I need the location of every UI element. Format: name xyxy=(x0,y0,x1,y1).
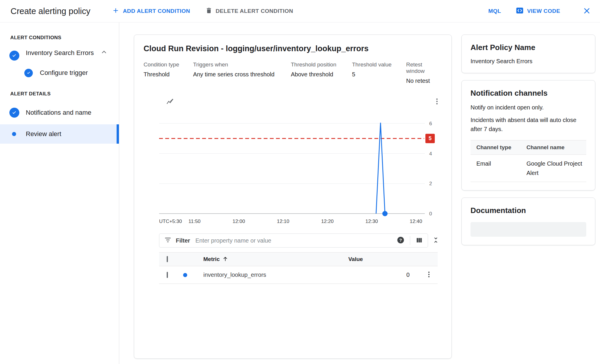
svg-text:?: ? xyxy=(399,238,402,243)
code-icon xyxy=(516,6,524,16)
column-display-button[interactable] xyxy=(415,236,423,245)
detail-value: 5 xyxy=(352,71,406,78)
channel-row: Email Google Cloud Project Alert xyxy=(471,155,586,182)
detail-label: Triggers when xyxy=(193,61,291,68)
close-button[interactable] xyxy=(582,6,591,16)
documentation-card: Documentation xyxy=(461,198,595,245)
step-complete-check-icon xyxy=(24,69,33,77)
chart-toolbar xyxy=(144,96,442,108)
detail-threshold-value: Threshold value 5 xyxy=(352,61,406,84)
active-step-dot-icon xyxy=(12,132,16,136)
value-column-header: Value xyxy=(348,256,420,262)
sort-ascending-icon[interactable] xyxy=(222,255,229,263)
detail-label: Retest window xyxy=(406,61,442,74)
view-code-label: VIEW CODE xyxy=(527,8,560,14)
filter-label: Filter xyxy=(176,237,190,244)
detail-label: Threshold position xyxy=(291,61,352,68)
detail-value: Above threshold xyxy=(291,71,352,78)
sidebar-item-condition[interactable]: Inventory Search Errors xyxy=(0,48,119,61)
alert-policy-name-value: Inventory Search Errors xyxy=(471,58,586,65)
toolbar-divider xyxy=(410,236,410,245)
topbar-actions: ADD ALERT CONDITION DELETE ALERT CONDITI… xyxy=(112,7,293,16)
channel-name-cell: Google Cloud Project Alert xyxy=(526,155,586,182)
view-code-button[interactable]: VIEW CODE xyxy=(516,6,560,16)
detail-condition-type: Condition type Threshold xyxy=(144,61,193,84)
svg-text:2: 2 xyxy=(429,181,432,186)
notify-condition-text: Notify on incident open only. xyxy=(471,103,586,112)
detail-threshold-position: Threshold position Above threshold xyxy=(291,61,352,84)
add-alert-condition-label: ADD ALERT CONDITION xyxy=(123,8,190,14)
help-icon: ? xyxy=(397,236,405,245)
delete-alert-condition-label: DELETE ALERT CONDITION xyxy=(216,8,293,14)
sidebar-item-configure-trigger[interactable]: Configure trigger xyxy=(24,68,119,78)
collapse-icon xyxy=(432,236,440,245)
svg-text:UTC+5:30: UTC+5:30 xyxy=(159,219,182,224)
sidebar-item-notifications[interactable]: Notifications and name xyxy=(0,104,119,121)
notifications-step-label: Notifications and name xyxy=(26,108,91,117)
metric-table-row[interactable]: inventory_lookup_errors 0 xyxy=(159,266,438,284)
alert-policy-name-card: Alert Policy Name Inventory Search Error… xyxy=(461,35,595,73)
svg-text:4: 4 xyxy=(429,151,432,157)
notification-channels-card: Notification channels Notify on incident… xyxy=(461,80,595,190)
documentation-title: Documentation xyxy=(471,206,586,215)
filter-help-button[interactable]: ? xyxy=(397,236,405,245)
chevron-up-icon[interactable] xyxy=(100,48,108,56)
topbar: Create alerting policy ADD ALERT CONDITI… xyxy=(0,0,600,23)
auto-close-text: Incidents with absent data will auto clo… xyxy=(471,116,586,134)
filter-input[interactable] xyxy=(195,237,397,244)
topbar-right-actions: MQL VIEW CODE xyxy=(488,6,591,16)
detail-label: Threshold value xyxy=(352,61,406,68)
svg-text:11:50: 11:50 xyxy=(188,219,200,224)
channels-table: Channel type Channel name Email Google C… xyxy=(471,140,586,182)
page-title: Create alerting policy xyxy=(11,6,90,16)
condition-review-card: Cloud Run Revision - logging/user/invent… xyxy=(134,35,452,359)
row-checkbox[interactable] xyxy=(167,272,168,278)
main-area: Cloud Run Revision - logging/user/invent… xyxy=(119,23,461,364)
condition-details-row: Condition type Threshold Triggers when A… xyxy=(144,61,442,84)
alert-details-section-label: ALERT DETAILS xyxy=(10,91,119,97)
alert-conditions-section-label: ALERT CONDITIONS xyxy=(10,35,119,41)
svg-text:6: 6 xyxy=(429,121,432,126)
detail-label: Condition type xyxy=(144,61,193,68)
metric-name-cell: inventory_lookup_errors xyxy=(198,272,348,278)
row-menu-button[interactable] xyxy=(425,271,433,279)
review-alert-step-label: Review alert xyxy=(26,129,61,139)
filter-bar[interactable]: Filter ? xyxy=(159,233,428,248)
svg-text:0: 0 xyxy=(429,211,432,217)
plus-icon xyxy=(112,7,120,16)
metrics-table-header: Metric Value xyxy=(159,252,438,266)
detail-value: No retest xyxy=(406,78,442,84)
close-icon xyxy=(582,6,591,16)
detail-value: Threshold xyxy=(144,71,193,78)
svg-text:12:30: 12:30 xyxy=(365,219,378,224)
collapse-table-button[interactable] xyxy=(428,236,443,245)
table-filter-row: Filter ? xyxy=(159,233,443,248)
select-all-checkbox[interactable] xyxy=(167,256,168,262)
notification-channels-title: Notification channels xyxy=(471,89,586,98)
trash-icon xyxy=(205,7,212,16)
filter-icon xyxy=(164,236,172,245)
timeseries-chart: 02465UTC+5:3011:5012:0012:1012:2012:3012… xyxy=(144,109,443,227)
condition-card-title: Cloud Run Revision - logging/user/invent… xyxy=(144,44,442,53)
steps-sidebar: ALERT CONDITIONS Inventory Search Errors… xyxy=(0,23,119,364)
add-alert-condition-button[interactable]: ADD ALERT CONDITION xyxy=(112,7,190,16)
chart-menu-button[interactable] xyxy=(433,97,441,106)
channel-type-header: Channel type xyxy=(471,140,526,155)
more-vert-icon xyxy=(425,271,433,279)
more-vert-icon xyxy=(433,97,441,106)
detail-value: Any time series cross threshold xyxy=(193,71,291,78)
metric-value-cell: 0 xyxy=(348,272,420,278)
series-color-dot xyxy=(183,273,187,277)
metric-column-header: Metric xyxy=(203,256,220,262)
metrics-table: Metric Value inventory_lookup_errors 0 xyxy=(159,252,438,284)
columns-icon xyxy=(415,236,423,245)
delete-alert-condition-button[interactable]: DELETE ALERT CONDITION xyxy=(205,7,293,16)
mql-button[interactable]: MQL xyxy=(488,8,501,14)
detail-triggers-when: Triggers when Any time series cross thre… xyxy=(193,61,291,84)
sidebar-item-review-alert[interactable]: Review alert xyxy=(0,124,119,144)
metrics-explorer-icon xyxy=(166,97,175,106)
svg-text:12:20: 12:20 xyxy=(321,219,334,224)
summary-panel: Alert Policy Name Inventory Search Error… xyxy=(461,23,600,364)
active-step-indicator-bar xyxy=(117,124,119,144)
svg-text:5: 5 xyxy=(429,135,432,141)
